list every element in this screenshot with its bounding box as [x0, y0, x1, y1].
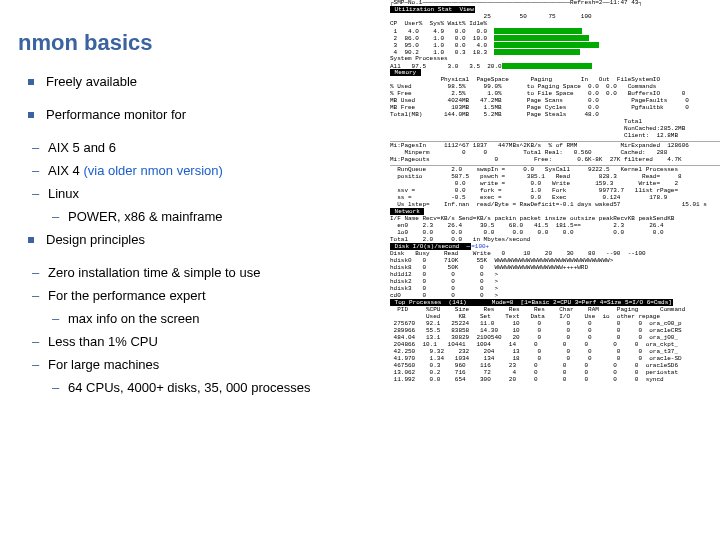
bullet-item: POWER, x86 & mainframe	[52, 209, 388, 224]
bullet-item: For the performance expert	[32, 288, 388, 303]
bullet-item: Performance monitor for	[18, 107, 388, 122]
bullet-list: Freely availablePerformance monitor forA…	[18, 74, 388, 395]
nmon-terminal-screenshot: ┌SMP─No.1───────────────────────────────…	[390, 0, 720, 540]
bullet-item: Linux	[32, 186, 388, 201]
bullet-item: 64 CPUs, 4000+ disks, 35, 000 processes	[52, 380, 388, 395]
bullet-item: AIX 5 and 6	[32, 140, 388, 155]
bullet-item: Zero installation time & simple to use	[32, 265, 388, 280]
bullet-item: Freely available	[18, 74, 388, 89]
bullet-item: Less than 1% CPU	[32, 334, 388, 349]
bullet-item: Design principles	[18, 232, 388, 247]
slide-title: nmon basics	[18, 30, 388, 56]
bullet-item: AIX 4 (via older nmon version)	[32, 163, 388, 178]
bullet-item: For large machines	[32, 357, 388, 372]
bullet-item: max info on the screen	[52, 311, 388, 326]
